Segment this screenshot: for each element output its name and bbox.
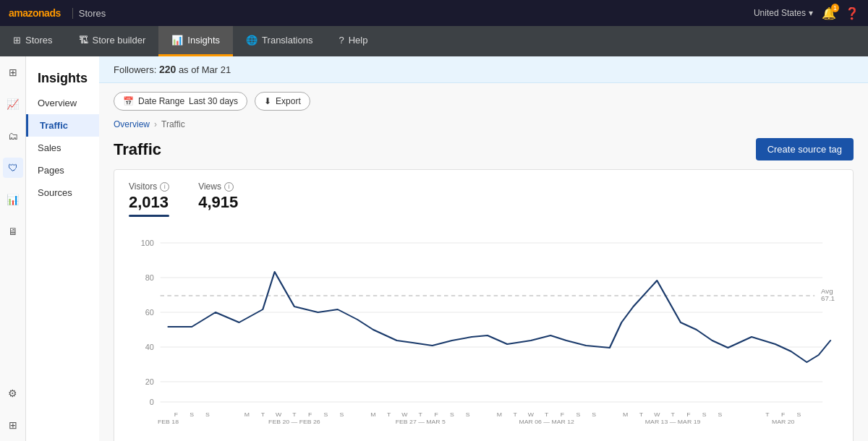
svg-text:S: S [702, 411, 707, 418]
sidebar-item-pages[interactable]: Pages [26, 159, 99, 181]
svg-text:S: S [339, 411, 344, 418]
visitors-metric: Visitors i 2,013 [129, 181, 169, 217]
svg-text:MAR 20: MAR 20 [772, 418, 795, 425]
bottom-icon-area: ⚙ ⊞ [3, 383, 23, 441]
followers-label: Followers: [114, 64, 156, 75]
calendar-icon: 📅 [123, 96, 134, 106]
nav-shield-icon[interactable]: 🛡 [3, 158, 23, 178]
sidebar-item-sources[interactable]: Sources [26, 181, 99, 204]
svg-text:F: F [781, 411, 785, 418]
sidebar-item-overview[interactable]: Overview [26, 92, 99, 114]
followers-banner: Followers: 220 as of Mar 21 [99, 56, 868, 83]
nav-tab-store-builder[interactable]: 🏗 Store builder [66, 26, 159, 56]
svg-text:T: T [671, 411, 674, 418]
svg-text:T: T [419, 411, 422, 418]
chart-metrics: Visitors i 2,013 Views i 4,915 [129, 181, 838, 217]
nav-monitor-icon[interactable]: 🖥 [3, 221, 23, 241]
insights-nav-icon: 📊 [171, 35, 183, 46]
svg-text:M: M [244, 411, 250, 418]
toolbar: 📅 Date Range Last 30 days ⬇ Export [99, 83, 868, 116]
main-layout: ⊞ 📈 🗂 🛡 📊 🖥 ⚙ ⊞ Insights Overview Traffi… [0, 56, 868, 441]
logo-area: amazonads Stores [9, 7, 106, 19]
left-column: ⊞ 📈 🗂 🛡 📊 🖥 ⚙ ⊞ Insights Overview Traffi… [0, 56, 99, 441]
page-header: Traffic Create source tag [99, 135, 868, 169]
views-label: Views i [198, 181, 238, 192]
nav-settings-icon[interactable]: ⚙ [3, 383, 23, 403]
sidebar-item-sales[interactable]: Sales [26, 137, 99, 159]
svg-text:T: T [292, 411, 296, 418]
svg-text:MAR 06 — MAR 12: MAR 06 — MAR 12 [519, 418, 574, 425]
nav-tab-insights[interactable]: 📊 Insights [158, 26, 233, 56]
svg-text:T: T [639, 411, 643, 418]
svg-text:S: S [450, 411, 454, 418]
content-area: Followers: 220 as of Mar 21 📅 Date Range… [99, 56, 868, 441]
svg-text:M: M [370, 411, 375, 418]
date-range-value: Last 30 days [189, 96, 238, 106]
nav-tab-translations-label: Translations [262, 35, 312, 46]
views-metric: Views i 4,915 [198, 181, 238, 217]
svg-text:0: 0 [150, 398, 154, 406]
svg-text:MAR 13 — MAR 19: MAR 13 — MAR 19 [645, 418, 701, 425]
breadcrumb-current: Traffic [161, 119, 185, 129]
visitors-value: 2,013 [129, 193, 169, 212]
visitors-info-icon[interactable]: i [160, 182, 169, 192]
help-circle-icon[interactable]: ❓ [845, 7, 859, 20]
svg-text:20: 20 [145, 378, 154, 386]
svg-text:60: 60 [145, 309, 154, 317]
svg-text:S: S [205, 411, 210, 418]
date-range-label: Date Range [138, 96, 184, 106]
svg-text:FEB 18: FEB 18 [158, 418, 179, 425]
svg-text:W: W [401, 411, 407, 418]
amazon-ads-logo: amazonads [9, 7, 61, 19]
nav-tab-translations[interactable]: 🌐 Translations [233, 26, 326, 56]
nav-tab-stores[interactable]: ⊞ Stores [0, 26, 66, 56]
svg-text:S: S [324, 411, 328, 418]
sidebar: Insights Overview Traffic Sales Pages So… [26, 56, 99, 441]
svg-text:80: 80 [145, 274, 154, 282]
sidebar-item-traffic[interactable]: Traffic [26, 114, 99, 137]
stores-nav-icon: ⊞ [13, 35, 21, 46]
svg-text:F: F [434, 411, 438, 418]
nav-tab-help[interactable]: ? Help [326, 26, 380, 56]
visitors-underline [129, 215, 169, 217]
top-bar: amazonads Stores United States ▾ 🔔 1 ❓ [0, 0, 868, 26]
export-button[interactable]: ⬇ Export [255, 92, 310, 111]
breadcrumb: Overview › Traffic [99, 116, 868, 135]
svg-text:FEB 20 — FEB 26: FEB 20 — FEB 26 [268, 418, 320, 425]
svg-text:100: 100 [141, 239, 154, 247]
nav-bar-chart-icon[interactable]: 📊 [3, 189, 23, 210]
help-nav-icon: ? [339, 35, 344, 46]
translations-nav-icon: 🌐 [246, 35, 258, 46]
views-value: 4,915 [198, 193, 238, 212]
date-range-button[interactable]: 📅 Date Range Last 30 days [114, 92, 247, 111]
svg-text:T: T [765, 411, 769, 418]
nav-tab-stores-label: Stores [25, 35, 53, 46]
svg-text:F: F [561, 411, 564, 418]
svg-text:S: S [718, 411, 723, 418]
stores-label: Stores [72, 8, 106, 19]
svg-text:W: W [654, 411, 660, 418]
nav-tab-store-builder-label: Store builder [93, 35, 146, 46]
region-selector[interactable]: United States ▾ [754, 8, 813, 18]
breadcrumb-overview-link[interactable]: Overview [114, 119, 150, 129]
nav-grid-icon[interactable]: ⊞ [3, 62, 23, 82]
svg-text:F: F [686, 411, 690, 418]
chevron-down-icon: ▾ [809, 8, 813, 18]
svg-text:S: S [592, 411, 596, 418]
nav-tab-help-label: Help [349, 35, 368, 46]
chart-card: Visitors i 2,013 Views i 4,915 [114, 169, 854, 441]
svg-text:F: F [174, 411, 178, 418]
notifications-button[interactable]: 🔔 1 [822, 7, 836, 20]
nav-card-icon[interactable]: 🗂 [3, 126, 23, 146]
visitors-label: Visitors i [129, 181, 169, 192]
notification-badge: 1 [831, 4, 839, 12]
nav-apps-icon[interactable]: ⊞ [3, 415, 23, 435]
nav-tab-insights-label: Insights [187, 35, 220, 46]
svg-text:Avg: Avg [821, 287, 833, 295]
create-source-tag-button[interactable]: Create source tag [756, 138, 854, 160]
views-info-icon[interactable]: i [224, 182, 234, 192]
traffic-line-chart: 100 80 60 40 20 0 Avg 67.1 F S [129, 228, 838, 431]
download-icon: ⬇ [264, 96, 271, 106]
nav-chart-icon[interactable]: 📈 [3, 94, 23, 114]
followers-suffix: as of Mar 21 [179, 64, 231, 75]
